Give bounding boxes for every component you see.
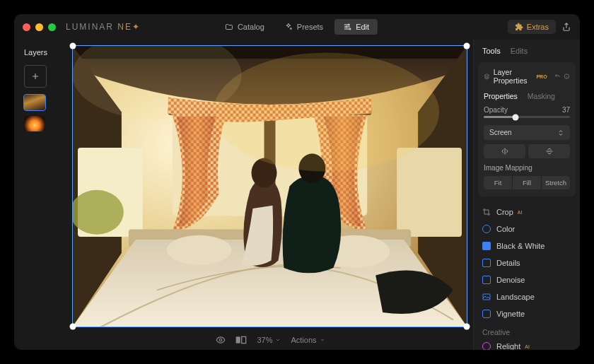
tool-landscape[interactable]: Landscape: [482, 288, 571, 305]
tool-denoise[interactable]: Denoise: [482, 271, 571, 288]
subtab-properties[interactable]: Properties: [484, 92, 518, 100]
layers-title: Layers: [24, 48, 68, 57]
eye-icon: [216, 335, 226, 345]
tool-crop-label: Crop: [496, 208, 513, 216]
tool-crop[interactable]: CropAI: [482, 204, 571, 221]
nav-presets-label: Presets: [297, 23, 323, 31]
tool-relight-label: Relight: [496, 342, 520, 350]
share-icon[interactable]: [561, 22, 571, 32]
handle-tr[interactable]: [464, 43, 470, 49]
svg-point-1: [346, 26, 347, 28]
image-mapping-segmented[interactable]: Fit Fill Stretch: [484, 176, 570, 189]
subtab-masking[interactable]: Masking: [528, 92, 555, 100]
brand-left: LUMINAR: [66, 22, 114, 32]
add-layer-button[interactable]: [24, 65, 47, 88]
layers-panel: Layers: [14, 40, 68, 350]
undo-icon[interactable]: [554, 72, 561, 81]
chevron-down-icon: [275, 337, 281, 343]
tool-vignette-label: Vignette: [496, 310, 525, 318]
compare-icon: [235, 336, 247, 344]
nav-presets[interactable]: Presets: [276, 19, 332, 35]
canvas[interactable]: [72, 45, 467, 327]
relight-icon: [482, 342, 491, 350]
blend-mode-select[interactable]: Screen: [484, 125, 570, 140]
square-icon: [482, 242, 491, 250]
nav-catalog-label: Catalog: [238, 23, 264, 31]
puzzle-icon: [515, 23, 523, 31]
preview-toggle[interactable]: [216, 335, 226, 345]
map-stretch[interactable]: Stretch: [541, 176, 570, 189]
tool-section-creative: Creative: [482, 322, 571, 338]
tool-bw[interactable]: Black & White: [482, 237, 571, 254]
window-close-button[interactable]: [23, 23, 30, 31]
tool-vignette[interactable]: Vignette: [482, 305, 571, 322]
layers-icon: [484, 72, 490, 81]
pro-badge: PRO: [536, 74, 547, 79]
flip-horizontal-button[interactable]: [484, 144, 525, 158]
vignette-icon: [482, 310, 491, 318]
compare-toggle[interactable]: [235, 336, 247, 344]
actions-dropdown[interactable]: Actions: [291, 336, 325, 344]
window-minimize-button[interactable]: [35, 23, 43, 31]
flip-h-icon: [501, 147, 509, 155]
sparkle-icon: [284, 23, 293, 31]
opacity-slider[interactable]: [484, 116, 570, 118]
layer-thumbnail-2[interactable]: [24, 116, 45, 131]
map-fit[interactable]: Fit: [484, 176, 512, 189]
bottom-bar: 37% Actions: [68, 330, 473, 350]
square-outline-icon: [482, 276, 491, 284]
layer-properties-title: Layer Properties: [494, 68, 533, 85]
brand-right: NE✦: [117, 22, 141, 32]
tool-bw-label: Black & White: [496, 242, 544, 250]
nav-edit-label: Edit: [356, 23, 369, 31]
square-outline-icon: [482, 259, 491, 267]
nav-catalog[interactable]: Catalog: [216, 19, 273, 35]
flip-vertical-button[interactable]: [528, 144, 570, 158]
landscape-icon: [482, 293, 491, 301]
handle-br[interactable]: [464, 324, 470, 330]
zoom-value: 37%: [257, 336, 272, 344]
blend-value: Screen: [489, 129, 512, 136]
svg-point-23: [220, 339, 223, 341]
handle-bl[interactable]: [70, 324, 76, 330]
flip-v-icon: [545, 147, 554, 155]
chevron-updown-icon: [557, 129, 564, 136]
window-maximize-button[interactable]: [48, 23, 56, 31]
nav-edit[interactable]: Edit: [334, 19, 378, 35]
layer-properties-card: Layer Properties PRO Properties Masking …: [478, 62, 576, 196]
app-brand: LUMINAR NE✦: [66, 22, 141, 32]
tool-color-label: Color: [496, 225, 515, 233]
svg-point-0: [348, 24, 349, 25]
selection-box[interactable]: [72, 45, 467, 327]
svg-rect-24: [236, 336, 240, 343]
svg-point-2: [349, 28, 351, 30]
folder-icon: [225, 23, 233, 31]
plus-icon: [30, 71, 40, 81]
image-mapping-label: Image Mapping: [484, 164, 570, 172]
layer-thumbnail-1[interactable]: [24, 95, 45, 110]
info-icon[interactable]: [564, 72, 570, 81]
tool-details-label: Details: [496, 259, 520, 267]
tool-denoise-label: Denoise: [496, 276, 525, 284]
svg-rect-25: [242, 336, 246, 343]
extras-label: Extras: [527, 23, 549, 31]
handle-tl[interactable]: [70, 43, 76, 49]
tab-tools[interactable]: Tools: [482, 47, 501, 55]
opacity-label: Opacity: [484, 106, 508, 114]
chevron-down-icon: [320, 337, 325, 343]
sliders-icon: [343, 23, 351, 31]
map-fill[interactable]: Fill: [512, 176, 541, 189]
right-panel: Tools Edits Layer Properties PRO Propert…: [473, 40, 580, 350]
color-icon: [482, 225, 491, 233]
tool-details[interactable]: Details: [482, 254, 571, 271]
tool-color[interactable]: Color: [482, 221, 571, 237]
tab-edits[interactable]: Edits: [511, 47, 528, 55]
extras-button[interactable]: Extras: [508, 20, 556, 34]
tool-landscape-label: Landscape: [496, 293, 535, 301]
tool-relight[interactable]: RelightAI: [482, 338, 571, 350]
zoom-dropdown[interactable]: 37%: [257, 336, 281, 344]
opacity-value: 37: [562, 106, 570, 114]
actions-label: Actions: [291, 336, 316, 344]
crop-icon: [482, 208, 491, 216]
